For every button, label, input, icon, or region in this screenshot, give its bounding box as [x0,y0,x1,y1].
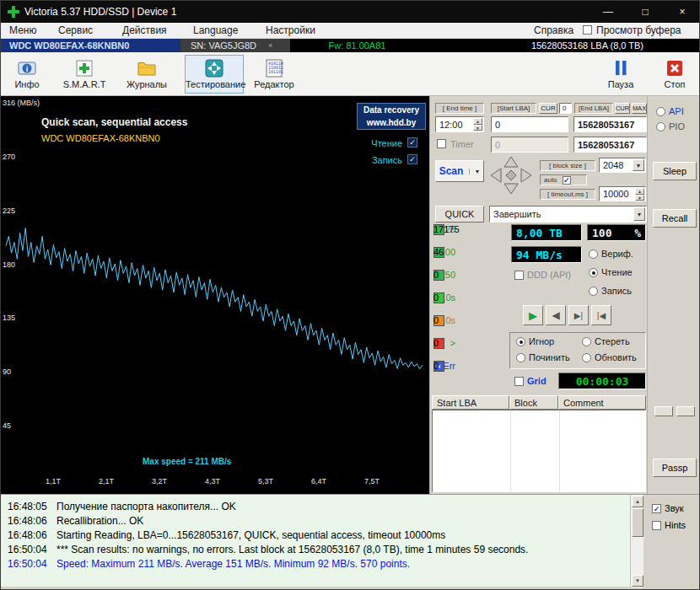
timer-from-input[interactable]: 0 [491,137,568,153]
read-label: Чтение [601,267,633,277]
refresh-radio[interactable] [582,353,591,362]
hints-toggle[interactable]: Hints [652,520,686,530]
timer-checkbox[interactable] [437,139,446,148]
buffer-view-label[interactable]: Просмотр буфера [596,24,681,36]
timeout-input[interactable]: 10000 ▲▼ [599,186,646,201]
jump-end-icon: ▶| [574,311,583,320]
menu-item-language[interactable]: Language [193,24,238,36]
scroll-thumb[interactable] [632,508,643,537]
cur-value-field[interactable]: 0 [559,103,572,114]
block-size-combo[interactable]: 2048 ▼ [599,158,646,173]
after-action-combo[interactable]: Завершить ▼ [489,206,647,223]
scroll-down-icon[interactable]: ▼ [632,575,643,587]
action-erase[interactable]: Стереть [582,336,630,346]
end-time-input[interactable]: 12:00 ▲▼ [435,116,484,132]
menu-item-help[interactable]: Справка [534,24,573,36]
end-time-spinner[interactable]: ▲▼ [473,118,482,131]
mini-button-right[interactable] [676,406,695,416]
log-area[interactable]: 16:48:05 Получение паспорта накопителя..… [1,494,643,587]
smart-button[interactable]: S.M.A.R.T [62,55,107,94]
write-radio[interactable] [589,287,598,296]
table-header-block[interactable]: Block [509,395,558,410]
action-refresh[interactable]: Обновить [582,352,637,362]
buffer-view-checkbox[interactable] [583,25,592,35]
passp-button[interactable]: Passp [653,459,697,477]
end-time-value: 12:00 [439,120,463,130]
maximize-button[interactable]: □ [627,1,664,23]
pio-mode[interactable]: PIO [656,121,685,131]
menu-item-service[interactable]: Сервис [58,24,93,36]
api-radio[interactable] [656,107,665,116]
erase-radio[interactable] [582,337,591,346]
mini-button-left[interactable] [654,406,673,416]
after-action-dropdown-arrow[interactable]: ▼ [633,207,645,221]
action-repair[interactable]: Починить [516,352,570,362]
start-lba-input[interactable]: 0 [491,116,568,132]
table-header-start-lba[interactable]: Start LBA [432,395,509,410]
testing-button[interactable]: Тестирование [185,55,244,94]
info-button[interactable]: i Инфо [8,55,46,94]
grid-toggle[interactable]: Grid [514,376,547,386]
quick-button[interactable]: QUICK [435,206,484,223]
log-scrollbar[interactable]: ▲ ▼ [630,495,643,587]
x-tick: 1,1T [46,477,61,485]
device-serial[interactable]: SN: VAG5JG8D × [180,39,290,52]
sleep-button[interactable]: Sleep [653,162,697,180]
mode-read[interactable]: Чтение [589,267,633,277]
legend-read-checkbox[interactable]: ✓ [407,137,417,148]
menu-item-settings[interactable]: Настройки [266,24,315,36]
editor-button[interactable]: 010110 110011 101101 Редактор [250,55,298,94]
table-column-divider [559,410,560,491]
timer-to-input[interactable]: 15628053167 [573,137,647,153]
recall-button[interactable]: Recall [653,209,697,228]
auto-checkbox[interactable] [563,176,571,185]
read-radio[interactable] [589,268,598,277]
jump-end-button[interactable]: ▶| [568,305,589,325]
scroll-up-icon[interactable]: ▲ [632,496,643,507]
ddd-checkbox[interactable] [514,271,524,280]
serial-close-icon[interactable]: × [268,41,272,50]
grid-checkbox[interactable] [514,377,524,386]
ddd-toggle[interactable]: DDD (API) [514,270,571,280]
timeout-spinner[interactable]: ▲▼ [635,188,644,201]
device-model[interactable]: WDC WD80EFAX-68KNBN0 [1,39,180,52]
ignore-radio[interactable] [516,337,525,346]
menu-item-menu[interactable]: Меню [9,24,36,36]
end-lba-cur-button[interactable]: CUR [615,103,630,114]
start-test-button[interactable]: ▶ [523,305,543,325]
api-mode[interactable]: API [656,106,684,116]
end-lba-input[interactable]: 15628053167 [573,116,647,132]
block-size-dropdown-arrow[interactable]: ▼ [633,159,644,171]
table-header-comment[interactable]: Comment [558,395,646,410]
sound-checkbox[interactable] [652,504,661,513]
pause-button[interactable]: Пауза [601,55,640,94]
log-line: 16:48:06 Starting Reading, LBA=0...15628… [1,529,625,544]
direction-pad[interactable] [486,155,536,196]
hints-checkbox[interactable] [652,521,661,530]
action-ignore[interactable]: Игнор [516,336,554,346]
sound-toggle[interactable]: Звук [652,503,684,513]
close-button[interactable]: × [664,1,700,23]
start-lba-cur-button[interactable]: CUR [539,103,557,114]
repair-radio[interactable] [516,353,525,362]
menu-item-actions[interactable]: Действия [122,24,167,36]
verify-radio[interactable] [589,249,598,259]
stop-button[interactable]: Стоп [655,55,694,94]
progress-display: 100 % [587,224,646,241]
pio-radio[interactable] [656,122,665,131]
step-back-button[interactable]: ◀ [546,305,566,325]
journals-button[interactable]: Журналы [124,55,170,94]
legend-write-checkbox[interactable]: ✓ [407,154,417,164]
auto-label: auto [544,176,557,184]
scan-button[interactable]: Scan ▼ [435,160,484,182]
jump-start-button[interactable]: |◀ [591,305,611,325]
end-lba-max-button[interactable]: MAX [632,103,647,114]
log-line: 16:50:04 Speed: Maximum 211 MB/s. Averag… [1,558,625,572]
smart-icon [73,57,95,79]
minimize-button[interactable]: — [590,1,627,23]
log-time: 16:48:05 [8,501,47,512]
scan-dropdown-arrow[interactable]: ▼ [469,169,480,174]
mode-verify[interactable]: Вериф. [589,249,633,259]
results-table-body[interactable] [432,410,646,492]
mode-write[interactable]: Запись [589,286,632,296]
